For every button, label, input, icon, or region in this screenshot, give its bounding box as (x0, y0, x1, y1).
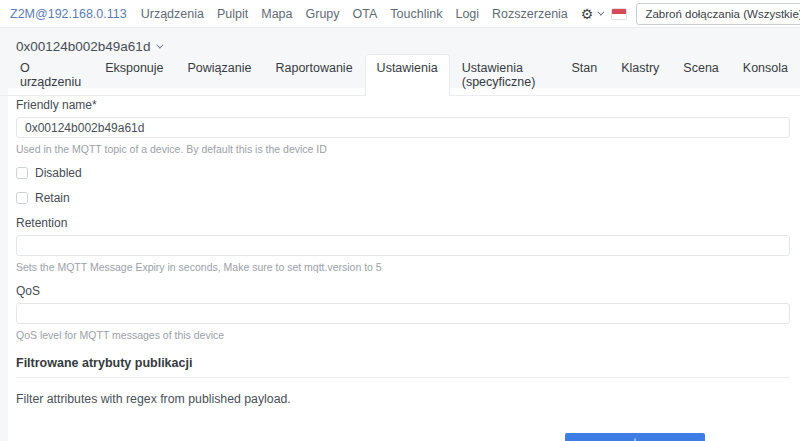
tab-about[interactable]: O urządzeniu (8, 54, 93, 96)
disabled-checkbox[interactable] (16, 167, 28, 179)
app-brand-link[interactable]: Z2M@192.168.0.113 (10, 7, 127, 21)
retention-group: Retention Sets the MQTT Message Expiry i… (16, 216, 790, 273)
retain-checkbox[interactable] (16, 192, 28, 204)
device-title-row[interactable]: 0x00124b002b49a61d (0, 28, 800, 54)
device-title: 0x00124b002b49a61d (16, 39, 150, 54)
friendly-name-group: Friendly name* Used in the MQTT topic of… (16, 98, 790, 155)
qos-group: QoS QoS level for MQTT messages of this … (16, 284, 790, 341)
navbar-right-controls: ⚙ Zabroń dołączania (Wszystkie) (581, 3, 800, 25)
retain-checkbox-label: Retain (35, 191, 70, 205)
nav-item-extensions[interactable]: Rozszerzenia (492, 7, 568, 21)
nav-item-groups[interactable]: Grupy (306, 7, 340, 21)
tab-reporting[interactable]: Raportowanie (263, 54, 364, 96)
tab-state[interactable]: Stan (559, 54, 609, 96)
polish-flag-icon[interactable] (611, 8, 627, 20)
nav-item-dashboard[interactable]: Pulpit (217, 7, 248, 21)
friendly-name-label: Friendly name* (16, 98, 790, 112)
nav-items: Urządzenia Pulpit Mapa Grupy OTA Touchli… (141, 7, 581, 21)
disabled-checkbox-label: Disabled (35, 166, 82, 180)
retention-input[interactable] (16, 235, 790, 256)
tab-clusters[interactable]: Klastry (609, 54, 671, 96)
nav-item-ota[interactable]: OTA (353, 7, 378, 21)
top-navbar: Z2M@192.168.0.113 Urządzenia Pulpit Mapa… (0, 0, 800, 28)
device-header-band: 0x00124b002b49a61d O urządzeniu Eksponuj… (0, 28, 800, 88)
chevron-down-icon (157, 42, 164, 49)
nav-item-map[interactable]: Mapa (261, 7, 292, 21)
settings-dropdown[interactable]: ⚙ (581, 7, 603, 21)
tab-settings[interactable]: Ustawienia (365, 54, 450, 96)
tab-bind[interactable]: Powiązanie (176, 54, 264, 96)
filtered-attributes-heading: Filtrowane atrybuty publikacji (16, 356, 790, 370)
friendly-name-help: Used in the MQTT topic of a device. By d… (16, 143, 790, 155)
permit-join-select[interactable]: Zabroń dołączania (Wszystkie) (636, 3, 800, 25)
gear-icon: ⚙ (581, 7, 594, 21)
tab-scene[interactable]: Scena (671, 54, 730, 96)
tab-exposes[interactable]: Eksponuje (93, 54, 175, 96)
qos-help: QoS level for MQTT messages of this devi… (16, 329, 790, 341)
qos-input[interactable] (16, 303, 790, 324)
permit-join-control: Zabroń dołączania (Wszystkie) (636, 3, 800, 25)
retention-label: Retention (16, 216, 790, 230)
add-attribute-row: + (16, 433, 790, 441)
nav-item-touchlink[interactable]: Touchlink (390, 7, 442, 21)
friendly-name-input[interactable] (16, 117, 790, 138)
retention-help: Sets the MQTT Message Expiry in seconds,… (16, 261, 790, 273)
section-divider (16, 377, 790, 378)
add-attribute-button[interactable]: + (565, 433, 705, 441)
nav-item-logs[interactable]: Logi (455, 7, 479, 21)
settings-form: Friendly name* Used in the MQTT topic of… (8, 88, 800, 441)
device-tabs: O urządzeniu Eksponuje Powiązanie Raport… (0, 54, 800, 96)
qos-label: QoS (16, 284, 790, 298)
filtered-attributes-description: Filter attributes with regex from publis… (16, 392, 790, 406)
retain-checkbox-row: Retain (16, 191, 790, 205)
tab-console[interactable]: Konsola (731, 54, 800, 96)
tab-settings-specific[interactable]: Ustawienia (specyficzne) (450, 54, 560, 96)
nav-item-devices[interactable]: Urządzenia (141, 7, 204, 21)
chevron-down-icon (598, 9, 605, 16)
disabled-checkbox-row: Disabled (16, 166, 790, 180)
